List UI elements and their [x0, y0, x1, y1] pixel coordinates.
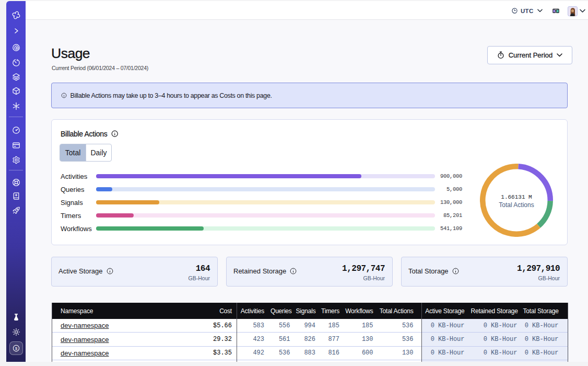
svg-text:$: $	[15, 347, 17, 351]
